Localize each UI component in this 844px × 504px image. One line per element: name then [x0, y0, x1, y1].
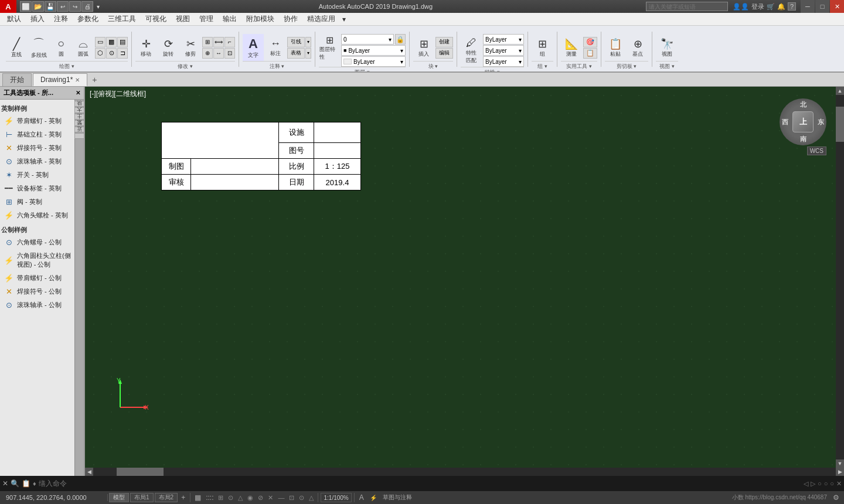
- dyn-btn[interactable]: ✕: [266, 494, 275, 502]
- scale-display[interactable]: 1:1/100%: [321, 493, 351, 502]
- menu-item-view[interactable]: 视图: [171, 13, 195, 25]
- menu-item-more[interactable]: ▾: [340, 14, 348, 25]
- panel-item[interactable]: ⊢ 基础立柱 - 英制: [1, 128, 73, 141]
- panel-item[interactable]: ✕ 焊接符号 - 英制: [1, 141, 73, 155]
- cart-icon[interactable]: 🛒: [767, 3, 775, 11]
- panel-item[interactable]: ⊙ 六角螺母 - 公制: [1, 236, 73, 249]
- tool-stretch[interactable]: ↔: [213, 48, 224, 59]
- tool-fillet[interactable]: ⌐: [224, 37, 235, 47]
- color-dropdown[interactable]: ByLayer▾: [341, 56, 406, 67]
- panel-item[interactable]: ⚡ 带肩螺钉 - 英制: [1, 114, 73, 128]
- tool-match-properties[interactable]: 🖊特性匹配: [461, 37, 482, 64]
- tool-polyline[interactable]: ⌒ 多段线: [28, 34, 49, 61]
- tool-line[interactable]: ╱ 直线: [6, 34, 27, 61]
- layout-tab-model[interactable]: 模型: [109, 493, 129, 502]
- scroll-right-btn[interactable]: ▶: [836, 468, 844, 476]
- close-btn[interactable]: ✕: [830, 0, 844, 13]
- qat-settings[interactable]: ▾: [94, 1, 102, 12]
- cmd-search-btn[interactable]: 🔍: [11, 479, 19, 488]
- menu-item-manage[interactable]: 管理: [195, 13, 218, 25]
- search-input[interactable]: [646, 2, 728, 11]
- menu-item-visual[interactable]: 可视化: [141, 13, 171, 25]
- panel-item[interactable]: ⚡ 六角圆柱头立柱(侧视图) - 公制: [1, 249, 73, 271]
- notification-icon[interactable]: 🔔: [777, 3, 785, 11]
- scroll-down-btn[interactable]: ▼: [836, 459, 844, 468]
- tool-list[interactable]: 📋: [583, 48, 597, 59]
- qat-print[interactable]: 🖨: [81, 1, 93, 12]
- cmd-close-x[interactable]: ✕: [836, 480, 842, 488]
- snap-btn[interactable]: ::::: [204, 493, 215, 502]
- tool-rotate[interactable]: ⟳旋转: [158, 34, 179, 61]
- tool-copy[interactable]: ⊞: [202, 37, 213, 47]
- polar-btn[interactable]: ⊙: [226, 494, 235, 502]
- sc-btn[interactable]: △: [307, 494, 315, 502]
- tool-paste[interactable]: 📋粘贴: [605, 34, 626, 61]
- tool-array[interactable]: ⊡: [224, 48, 235, 59]
- panel-close-icon[interactable]: ✕: [76, 90, 80, 96]
- cmd-clear-btn[interactable]: ▷: [811, 480, 815, 488]
- scroll-thumb-right[interactable]: [836, 107, 844, 142]
- panel-item[interactable]: ⚡ 带肩螺钉 - 公制: [1, 271, 73, 285]
- restore-btn[interactable]: □: [815, 0, 829, 13]
- cmd-btn-4[interactable]: ○: [824, 480, 828, 488]
- tool-measure[interactable]: 📐测量: [561, 34, 582, 61]
- tool-scale[interactable]: ⊕: [202, 48, 213, 59]
- cmd-btn-5[interactable]: ○: [830, 480, 834, 488]
- qat-open[interactable]: 📂: [32, 1, 44, 12]
- menu-item-addon[interactable]: 附加模块: [241, 13, 279, 25]
- qat-redo[interactable]: ↪: [69, 1, 81, 12]
- grid-btn[interactable]: ▦: [193, 493, 203, 502]
- tool-circle[interactable]: ○ 圆: [50, 34, 72, 61]
- qp-btn[interactable]: ⊙: [297, 494, 306, 502]
- tool-gradient[interactable]: ▤: [117, 37, 128, 47]
- ortho-btn[interactable]: ⊞: [216, 494, 225, 502]
- autocad-logo[interactable]: A: [0, 0, 16, 13]
- tool-insert[interactable]: ⊞插入: [413, 34, 434, 61]
- annotation-scale-btn[interactable]: A: [357, 493, 366, 502]
- tool-group[interactable]: ⊞组: [532, 34, 553, 61]
- qat-save[interactable]: 💾: [45, 1, 56, 12]
- scroll-left-btn[interactable]: ◀: [85, 468, 93, 476]
- side-tab-6[interactable]: 近: [74, 133, 84, 139]
- qat-undo[interactable]: ↩: [57, 1, 69, 12]
- tool-rect[interactable]: ▭: [95, 37, 106, 47]
- ducs-btn[interactable]: ⊘: [256, 494, 265, 502]
- tool-hatch[interactable]: ▩: [106, 37, 117, 47]
- panel-item[interactable]: ✕ 焊接符号 - 公制: [1, 285, 73, 298]
- layout-add-btn[interactable]: +: [179, 493, 188, 502]
- tool-wipeout[interactable]: ⊐: [117, 48, 128, 59]
- cmd-expand-btn[interactable]: ◁: [804, 480, 808, 488]
- tool-create-block[interactable]: 创建: [435, 37, 453, 47]
- menu-item-3d[interactable]: 三维工具: [103, 13, 141, 25]
- side-tab-3[interactable]: 大: [74, 114, 84, 120]
- linetype-dropdown[interactable]: ■ByLayer▾: [341, 45, 406, 56]
- user-icon[interactable]: 👤👤: [733, 3, 749, 11]
- tool-text[interactable]: A 文字: [243, 34, 264, 61]
- tool-trim[interactable]: ✂修剪: [180, 34, 201, 61]
- nav-center-btn[interactable]: 上: [792, 111, 814, 132]
- tool-layer-properties[interactable]: ⊞图层特性: [319, 34, 340, 61]
- lw-btn[interactable]: ―: [276, 494, 286, 501]
- side-tab-4[interactable]: 土: [74, 120, 84, 126]
- tool-base[interactable]: ⊕基点: [627, 34, 648, 61]
- osnap-btn[interactable]: △: [236, 494, 244, 502]
- menu-item-collab[interactable]: 协作: [279, 13, 302, 25]
- side-tab-2[interactable]: 块: [74, 107, 84, 113]
- panel-item[interactable]: ⊙ 滚珠轴承 - 英制: [1, 155, 73, 168]
- menu-item-parametric[interactable]: 参数化: [73, 13, 103, 25]
- tp-btn[interactable]: ⊡: [287, 494, 296, 502]
- side-tab-1[interactable]: 特: [74, 101, 84, 107]
- scroll-up-btn[interactable]: ▲: [836, 87, 844, 95]
- tab-close-icon[interactable]: ✕: [75, 77, 80, 83]
- panel-item[interactable]: ⊙ 滚珠轴承 - 公制: [1, 298, 73, 312]
- side-tab-5[interactable]: 繁: [74, 127, 84, 132]
- menu-item-insert[interactable]: 插入: [26, 13, 49, 25]
- tab-drawing1[interactable]: Drawing1* ✕: [33, 73, 87, 86]
- tab-start[interactable]: 开始: [2, 73, 32, 86]
- tool-view[interactable]: 🔭视图: [656, 34, 678, 61]
- tool-arc[interactable]: ⌓ 圆弧: [73, 34, 94, 61]
- minimize-btn[interactable]: ─: [801, 0, 815, 13]
- tool-mirror[interactable]: ⟺: [213, 37, 224, 47]
- panel-item[interactable]: ━━ 设备标签 - 英制: [1, 182, 73, 195]
- qat-new[interactable]: ⬜: [20, 1, 32, 12]
